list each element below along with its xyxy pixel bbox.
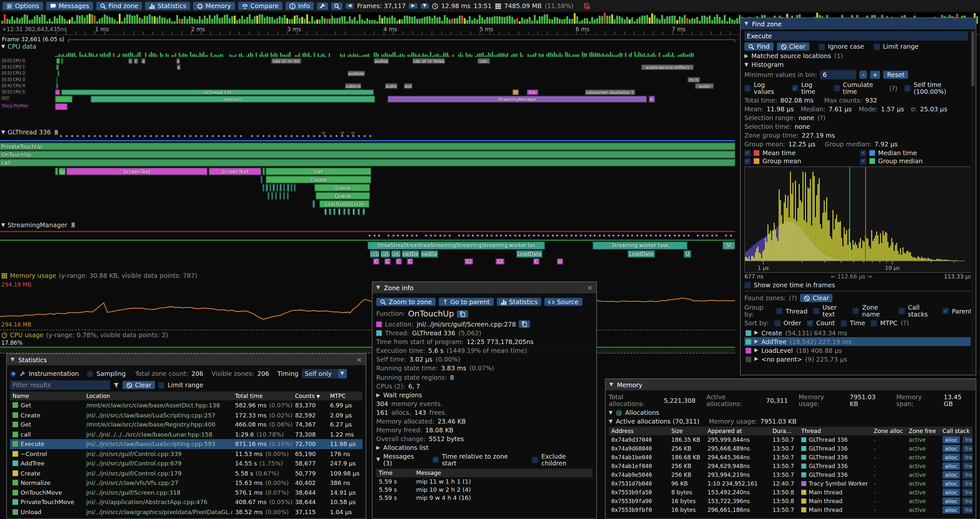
matched-locations-row[interactable]: ▶ Matched source locations (1) (744, 53, 972, 59)
statistics-row[interactable]: Get/mnt/e/claw/src/claw/base/Registry.hp… (10, 420, 363, 430)
expand-icon[interactable]: ▶ (754, 339, 758, 344)
group-mean-checkbox[interactable] (744, 158, 750, 164)
zone-segment[interactable]: ( (353, 208, 355, 215)
found-zone-group-row[interactable]: ▶AddTree(18,542) 227.19 ms (744, 337, 972, 346)
sample-dot[interactable] (397, 235, 399, 236)
free-stack-button[interactable]: free (963, 506, 972, 514)
column-header[interactable]: Call stack (940, 428, 977, 434)
zone-segment[interactable]: LoU (391, 250, 401, 258)
zone-segment[interactable]: Streaming worker task (592, 241, 687, 250)
zone-segment[interactable] (262, 168, 265, 175)
find-zone-button[interactable]: Find zone (96, 2, 142, 10)
statistics-row[interactable]: calljni/../jni/../../../src/claw/base/Lu… (10, 430, 363, 439)
cpu-segment[interactable]: StreamingManager (388, 96, 647, 102)
sample-dot[interactable] (612, 235, 614, 236)
cpu-segment[interactable] (55, 89, 60, 95)
memory-button[interactable]: Memory (193, 2, 234, 10)
statistics-titlebar[interactable]: ▼ Statistics ✕ (7, 354, 366, 366)
mean-time-checkbox[interactable] (744, 150, 750, 156)
zone-segment[interactable] (287, 192, 289, 200)
sample-dot[interactable] (251, 135, 253, 137)
frame-marker-icon[interactable]: ▽ (322, 131, 325, 136)
zone-segment[interactable]: Ci (465, 259, 473, 265)
sample-dot[interactable] (94, 135, 95, 137)
sample-dot[interactable] (632, 235, 633, 236)
sample-dot[interactable] (697, 235, 699, 236)
zone-segment[interactable]: C (533, 259, 539, 265)
compare-button[interactable]: Compare (238, 2, 282, 10)
zone-segment[interactable]: C (373, 259, 379, 265)
timing-select[interactable]: Self only▼ (302, 369, 347, 378)
help-icon[interactable]: (?) (789, 295, 797, 302)
sample-dot[interactable] (257, 135, 259, 137)
frame-marker-icon[interactable]: ▽ (340, 131, 344, 136)
zone-segment[interactable] (272, 184, 275, 192)
sample-dot[interactable] (575, 235, 577, 236)
sample-dot[interactable] (189, 135, 191, 137)
sample-dot[interactable] (60, 135, 62, 137)
sample-dot[interactable] (528, 235, 530, 236)
zone-band[interactable]: call (0, 159, 735, 166)
find-zone-titlebar[interactable]: ▼ Find zone (741, 18, 976, 30)
cpu-segment[interactable]: cds_ol_rx_thr (271, 58, 301, 64)
zone-row[interactable]: Queue (0, 192, 735, 200)
cpu-row[interactable]: [0:4] CPU 4audio:seaudio:autaudio (0, 83, 735, 89)
sample-dot[interactable] (683, 235, 685, 236)
sample-dot[interactable] (486, 235, 488, 236)
sample-dot[interactable] (537, 235, 539, 236)
copy-function-button[interactable] (457, 310, 469, 318)
cpu-segment[interactable] (56, 58, 60, 64)
zone-band[interactable]: PrivateTouchUp (0, 142, 735, 150)
sample-dot[interactable] (319, 135, 321, 137)
zone-row[interactable]: LcULoULoULoadDaULoadDaULoadDataLoadDataU (0, 250, 735, 258)
zone-segment[interactable]: U (557, 259, 563, 265)
zone-segment[interactable]: ScreenText (66, 168, 208, 175)
sample-dot[interactable] (234, 135, 236, 137)
zone-segment[interactable]: Queue (314, 184, 370, 192)
sample-dot[interactable] (116, 135, 118, 137)
sample-dot[interactable] (65, 135, 67, 137)
sample-dot[interactable] (659, 235, 661, 236)
help-icon[interactable]: (?) (889, 85, 897, 91)
sample-dot[interactable] (296, 135, 298, 137)
zone-row[interactable]: CCCCCiCiCU (0, 259, 735, 265)
expand-icon[interactable]: ▶ (754, 348, 758, 353)
statistics-row[interactable]: Normalizejni/../jni/src/claw/vfs/Vfs.cpp… (10, 478, 363, 487)
cpu-segment[interactable]: audio: (385, 83, 398, 89)
allocation-row[interactable]: 0x74a9d68040256 KB295,668,489ns13:50.7GL… (609, 444, 972, 453)
sample-dot[interactable] (150, 135, 152, 137)
memory-usage-graph[interactable] (0, 280, 735, 329)
sample-dot[interactable] (439, 235, 441, 236)
zone-segment[interactable]: E (343, 208, 346, 215)
find-button[interactable]: Find (744, 43, 773, 51)
zone-segment[interactable]: Queue (315, 192, 370, 200)
wait-regions-row[interactable]: ▶ Wait regions (376, 391, 592, 398)
alloc-stack-button[interactable]: alloc (942, 454, 960, 461)
cpu-segment[interactable] (57, 71, 59, 76)
sample-dot[interactable] (416, 235, 418, 236)
sample-dot[interactable] (509, 235, 511, 236)
cpu-data-header[interactable]: ▼ CPU data (1, 43, 36, 50)
zoom-to-zone-button[interactable]: Zoom to zone (376, 298, 436, 306)
time-relative-checkbox[interactable] (433, 457, 439, 463)
sample-dot[interactable] (444, 235, 445, 236)
limit-range-checkbox[interactable] (158, 382, 164, 388)
zone-segment[interactable] (55, 168, 58, 175)
zone-segment[interactable]: StreaStreaStreaStreaStreamingStreamingSt… (368, 241, 545, 250)
sample-dot[interactable] (514, 235, 516, 236)
allocation-row[interactable]: 0x74ab9e5040256 KB293,994,219ns13:50.7GL… (609, 470, 972, 479)
sample-dot[interactable] (449, 235, 451, 236)
sample-dot[interactable] (72, 135, 73, 137)
sample-dot[interactable] (388, 235, 390, 236)
cpu-core-rows[interactable]: [0:0] CPU 0cceecds_ol_rx_thraudioscds_ol… (0, 58, 735, 113)
cpu-segment[interactable]: audiose (348, 71, 365, 76)
source-button[interactable]: Source (544, 298, 582, 306)
streaming-header[interactable]: ▼ StreamingManager (1, 221, 76, 228)
cpu-segment[interactable]: cds: (477, 58, 490, 64)
column-header[interactable]: Time (376, 469, 414, 476)
median-time-checkbox[interactable] (860, 150, 866, 156)
streaming-zone-rows[interactable]: StreaStreaStreaStreaStreamingStreamingSt… (0, 241, 735, 267)
zone-row[interactable]: StreaStreaStreaStreaStreamingStreamingSt… (0, 241, 735, 250)
column-header[interactable]: Name (10, 393, 84, 399)
zone-segment[interactable] (280, 184, 282, 192)
